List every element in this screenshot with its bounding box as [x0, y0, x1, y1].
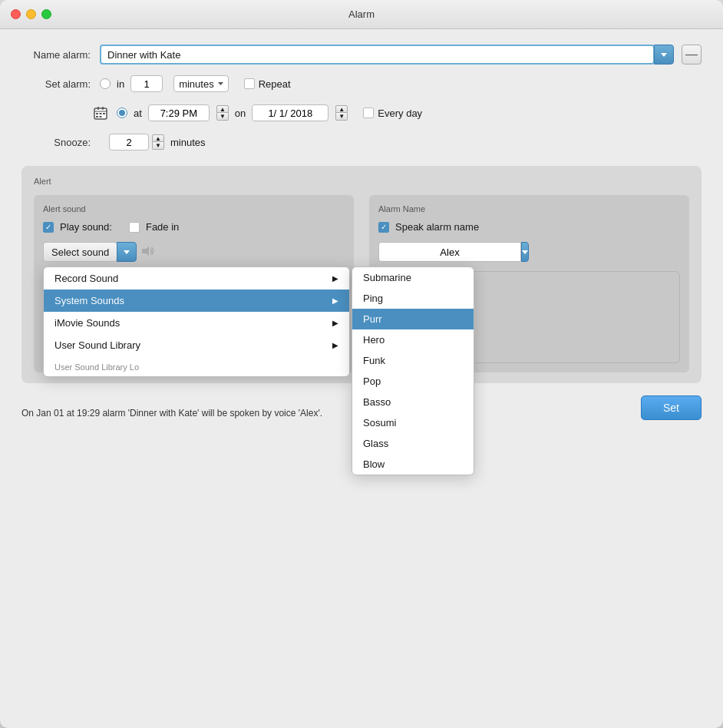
- minutes-unit-container: minutes: [169, 75, 229, 92]
- speak-alarm-label: Speak alarm name: [395, 221, 479, 233]
- time-down-btn[interactable]: ▼: [216, 113, 229, 121]
- submenu-sosumi[interactable]: Sosumi: [352, 412, 474, 433]
- speak-alarm-row: Speak alarm name: [378, 221, 680, 233]
- system-sounds-label: System Sounds: [54, 295, 124, 306]
- voice-input[interactable]: [378, 242, 521, 262]
- status-content: On Jan 01 at 19:29 alarm 'Dinner with Ka…: [21, 408, 322, 419]
- svg-rect-10: [100, 116, 102, 117]
- alarm-window: Alarm Name alarm: — Set alarm: in: [0, 0, 723, 728]
- at-row: at ▲ ▼ on ▲ ▼ Every day: [91, 103, 702, 123]
- svg-marker-13: [522, 250, 528, 254]
- submenu-purr[interactable]: Purr: [352, 309, 474, 329]
- set-alarm-controls: in minutes Repeat: [100, 75, 291, 92]
- calendar-icon[interactable]: [91, 103, 111, 123]
- maximize-button[interactable]: [41, 9, 51, 19]
- snooze-unit-label: minutes: [170, 137, 206, 148]
- svg-marker-11: [124, 250, 130, 254]
- repeat-checkbox-row: Repeat: [244, 78, 291, 90]
- at-radio[interactable]: [117, 108, 127, 118]
- date-up-btn[interactable]: ▲: [335, 105, 348, 113]
- fade-in-checkbox[interactable]: [129, 222, 140, 233]
- svg-marker-1: [218, 82, 223, 85]
- close-button[interactable]: [11, 9, 21, 19]
- system-arrow: ▶: [332, 296, 338, 305]
- name-dropdown-btn[interactable]: [654, 45, 674, 65]
- date-stepper: ▲ ▼: [335, 105, 348, 121]
- snooze-stepper: ▲ ▼: [152, 134, 164, 150]
- volume-icon: [141, 246, 155, 259]
- name-label: Name alarm:: [21, 49, 91, 61]
- minutes-unit-label: minutes: [179, 78, 214, 90]
- svg-rect-4: [97, 107, 99, 110]
- speak-alarm-checkbox[interactable]: [378, 222, 389, 233]
- select-sound-container: Select sound: [43, 242, 345, 262]
- time-input[interactable]: [148, 104, 210, 121]
- window-title: Alarm: [348, 8, 375, 20]
- in-radio[interactable]: [100, 78, 111, 89]
- minutes-dropdown[interactable]: minutes: [173, 75, 229, 92]
- alert-section-title: Alert: [34, 177, 689, 186]
- submenu-submarine[interactable]: Submarine: [352, 267, 474, 288]
- fade-in-label: Fade in: [146, 221, 179, 233]
- submenu-glass[interactable]: Glass: [352, 433, 474, 454]
- select-sound-dropdown-btn[interactable]: [117, 242, 137, 262]
- minutes-input[interactable]: [130, 75, 163, 92]
- menu-item-imovie[interactable]: iMovie Sounds ▶: [44, 312, 349, 334]
- alert-sound-col: Alert sound Play sound: Fade in Select s…: [34, 195, 354, 372]
- svg-rect-5: [102, 107, 104, 110]
- submenu-basso[interactable]: Basso: [352, 392, 474, 412]
- imovie-arrow: ▶: [332, 319, 338, 327]
- traffic-lights: [11, 9, 51, 19]
- minus-button[interactable]: —: [682, 45, 702, 65]
- time-up-btn[interactable]: ▲: [216, 105, 229, 113]
- svg-marker-0: [661, 53, 667, 57]
- menu-item-system[interactable]: System Sounds ▶: [44, 290, 349, 312]
- submenu-pop[interactable]: Pop: [352, 371, 474, 392]
- snooze-input[interactable]: [109, 134, 149, 151]
- on-label: on: [235, 108, 246, 119]
- every-day-checkbox[interactable]: [363, 108, 374, 118]
- play-sound-row: Play sound: Fade in: [43, 221, 345, 233]
- alert-section: Alert Alert sound Play sound: Fade in: [21, 166, 702, 383]
- snooze-down-btn[interactable]: ▼: [152, 142, 164, 150]
- at-label: at: [134, 108, 142, 119]
- play-sound-checkbox[interactable]: [43, 222, 54, 233]
- sound-dropdown-menu: Record Sound ▶ System Sounds ▶ iMovie So…: [43, 266, 350, 377]
- repeat-checkbox[interactable]: [244, 78, 255, 89]
- submenu-blow[interactable]: Blow: [352, 454, 474, 475]
- content-area: Name alarm: — Set alarm: in minut: [0, 29, 723, 435]
- select-sound-label: Select sound: [51, 247, 109, 258]
- svg-rect-9: [96, 116, 98, 117]
- in-label: in: [117, 78, 124, 90]
- alarm-name-title: Alarm Name: [378, 204, 680, 213]
- menu-item-user-library[interactable]: User Sound Library ▶: [44, 334, 349, 356]
- submenu-ping[interactable]: Ping: [352, 288, 474, 309]
- snooze-up-btn[interactable]: ▲: [152, 134, 164, 142]
- select-sound-button[interactable]: Select sound: [43, 242, 117, 262]
- voice-dropdown: [378, 242, 517, 262]
- name-input-container: —: [100, 45, 702, 65]
- svg-rect-8: [103, 113, 105, 114]
- minimize-button[interactable]: [26, 9, 36, 19]
- set-alarm-row: Set alarm: in minutes Repeat: [21, 75, 702, 92]
- svg-rect-7: [100, 113, 102, 114]
- record-arrow: ▶: [332, 274, 338, 283]
- menu-item-record[interactable]: Record Sound ▶: [44, 267, 349, 290]
- snooze-row: Snooze: ▲ ▼ minutes: [21, 134, 702, 151]
- play-sound-label: Play sound:: [60, 221, 112, 233]
- select-sound-row: Select sound: [43, 242, 345, 262]
- date-input[interactable]: [252, 104, 328, 121]
- time-stepper: ▲ ▼: [216, 105, 229, 121]
- set-alarm-label: Set alarm:: [21, 78, 91, 90]
- every-day-row: Every day: [363, 108, 422, 119]
- name-input[interactable]: [100, 45, 655, 65]
- repeat-label: Repeat: [259, 78, 291, 90]
- system-sounds-submenu: Submarine Ping Purr Hero Funk Pop Basso …: [352, 266, 474, 475]
- date-down-btn[interactable]: ▼: [335, 113, 348, 121]
- lo-text: User Sound Library Lo: [44, 359, 349, 376]
- set-button[interactable]: Set: [641, 395, 702, 420]
- submenu-funk[interactable]: Funk: [352, 350, 474, 371]
- voice-dropdown-btn[interactable]: [521, 242, 529, 262]
- user-library-label: User Sound Library: [54, 339, 140, 351]
- submenu-hero[interactable]: Hero: [352, 329, 474, 350]
